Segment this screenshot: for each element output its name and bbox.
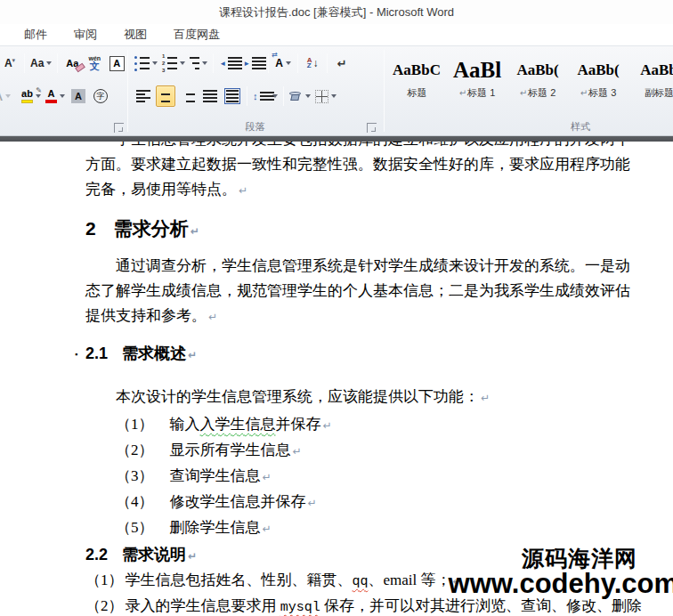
paragraph-group-row1: 1 2 3 ◄ ►: [134, 53, 352, 74]
distribute-icon: [224, 88, 240, 104]
style-label: ↵标题 1: [459, 86, 496, 100]
font-dialog-launcher[interactable]: [114, 123, 124, 133]
style-preview: AaBbC: [393, 57, 441, 84]
separator: [24, 53, 25, 73]
tab-mailings[interactable]: 邮件: [11, 24, 61, 45]
shrink-font-icon: A: [4, 57, 12, 69]
word-window: 课程设计报告.doc [兼容模式] - Microsoft Word 邮件 审阅…: [0, 0, 673, 616]
numbering-icon: 1 2 3: [162, 54, 177, 72]
sort-button[interactable]: A Z ↓: [303, 53, 322, 74]
borders-button[interactable]: [314, 85, 337, 107]
paragraph-group-label: 段落: [127, 120, 383, 134]
text-effects-button[interactable]: A: [0, 85, 12, 107]
align-left-button[interactable]: [134, 85, 153, 107]
document-title: 课程设计报告.doc [兼容模式] - Microsoft Word: [219, 4, 454, 20]
ribbon: A▾ Aa Aa wén 文 A A: [0, 45, 673, 136]
text-highlight-button[interactable]: ab ✎: [20, 85, 42, 107]
return-mark: ↵: [293, 445, 302, 458]
list-item: （1）学生信息包括姓名、性别、籍贯、qq、email 等；↵: [85, 568, 644, 594]
style-preview: AaBb(: [577, 57, 619, 84]
spelling-squiggle: qq: [353, 574, 369, 589]
show-marks-button[interactable]: ↵: [332, 53, 352, 74]
return-mark: ↵: [239, 184, 247, 197]
bullets-button[interactable]: [134, 53, 158, 74]
paragraph-analysis: 通过调查分析，学生信息管理系统是针对学生成绩来设计开发的系统。一是动态了解学生成…: [85, 254, 644, 329]
separator: [268, 53, 269, 73]
increase-indent-button[interactable]: ►: [242, 53, 264, 74]
line-spacing-icon: ↕: [253, 91, 270, 101]
list-item: （1）输入入学生信息并保存↵: [116, 412, 644, 438]
paragraph-group-row2: ↕: [134, 85, 337, 107]
character-border-button[interactable]: A: [107, 53, 126, 74]
show-marks-icon: ↵: [337, 57, 347, 70]
change-case-icon: Aa: [30, 57, 44, 69]
style-preview: AaBb: [640, 57, 673, 84]
list-item: （5）删除学生信息↵: [116, 515, 644, 541]
separator: [297, 53, 298, 73]
font-group-row2: A ab ✎ A A 字: [0, 85, 110, 107]
return-mark: ↵: [263, 471, 272, 483]
font-color-button[interactable]: A: [45, 85, 66, 107]
tab-view[interactable]: 视图: [110, 24, 160, 45]
line-spacing-button[interactable]: ↕: [252, 85, 279, 107]
return-mark: ↵: [208, 311, 217, 323]
style-card-heading3[interactable]: AaBb( ↵标题 3: [570, 53, 627, 104]
paragraph-overview: 本次设计的学生信息管理系统，应该能提供以下功能：↵: [85, 385, 644, 410]
document-body: 学生信息管理系统开发主要包括数据库的建立和维护以及应用程序的开发两个方面。要求建…: [85, 142, 644, 616]
shading-icon: [289, 91, 303, 102]
shrink-font-button[interactable]: A▾: [0, 53, 20, 74]
title-bar: 课程设计报告.doc [兼容模式] - Microsoft Word: [0, 0, 673, 24]
separator: [283, 86, 284, 106]
list-item: （4）修改学生信息并保存↵: [116, 490, 644, 515]
change-case-button[interactable]: Aa: [29, 53, 53, 74]
shading-button[interactable]: [288, 85, 312, 107]
style-label: 标题: [407, 86, 427, 100]
clear-formatting-icon: Aa: [66, 58, 78, 69]
paragraph-dialog-launcher[interactable]: [367, 123, 377, 133]
multilevel-list-button[interactable]: [189, 53, 208, 74]
text-effects-icon: A: [0, 90, 3, 103]
ribbon-tab-strip: 邮件 审阅 视图 百度网盘: [0, 24, 673, 45]
borders-icon: [315, 90, 328, 103]
align-right-button[interactable]: [178, 85, 198, 107]
multilevel-list-icon: [190, 57, 199, 69]
distribute-button[interactable]: [223, 85, 242, 107]
style-card-subtitle[interactable]: AaBb 副标题: [630, 53, 673, 104]
tab-baidu-netdisk[interactable]: 百度网盘: [160, 24, 233, 45]
character-border-icon: A: [109, 56, 125, 71]
return-mark: ↵: [188, 349, 197, 361]
decrease-indent-button[interactable]: ◄: [218, 53, 239, 74]
list-item: （3）查询学生信息↵: [116, 464, 644, 490]
grammar-squiggle: 入学生信息: [200, 416, 276, 433]
character-shading-button[interactable]: A: [69, 85, 88, 107]
style-label: 副标题: [644, 86, 673, 100]
decrease-indent-icon: ◄: [219, 57, 239, 69]
increase-indent-icon: ►: [243, 57, 263, 69]
feature-list: （1）输入入学生信息并保存↵ （2）显示所有学生信息↵ （3）查询学生信息↵ （…: [85, 412, 644, 541]
align-center-button[interactable]: [156, 85, 175, 107]
numbering-button[interactable]: 1 2 3: [161, 53, 186, 74]
style-gallery: AaBbC 标题 AaBl ↵标题 1 AaBb( ↵标题 2 AaBb( ↵标…: [388, 53, 673, 104]
style-card-title[interactable]: AaBbC 标题: [388, 53, 445, 104]
return-mark: ↵: [308, 497, 317, 509]
asian-layout-button[interactable]: ⇄ A: [273, 53, 293, 74]
style-label: ↵标题 2: [520, 86, 556, 100]
clear-formatting-button[interactable]: Aa: [62, 53, 82, 74]
heading-bullet: ▪: [75, 343, 77, 366]
phonetic-guide-button[interactable]: wén 文: [85, 53, 104, 74]
justify-icon: [203, 90, 217, 102]
separator: [327, 53, 328, 73]
style-preview: AaBb(: [516, 57, 558, 84]
separator: [57, 53, 58, 73]
return-mark: ↵: [191, 225, 199, 238]
align-center-icon: [158, 90, 173, 102]
tab-review[interactable]: 审阅: [61, 24, 110, 45]
spelling-squiggle: mysql: [280, 600, 320, 615]
enclose-character-icon: 字: [93, 89, 108, 103]
justify-button[interactable]: [200, 85, 220, 107]
style-card-heading2[interactable]: AaBb( ↵标题 2: [509, 53, 566, 104]
style-card-heading1[interactable]: AaBl ↵标题 1: [449, 53, 506, 104]
enclose-character-button[interactable]: 字: [91, 85, 110, 107]
document-page[interactable]: 学生信息管理系统开发主要包括数据库的建立和维护以及应用程序的开发两个方面。要求建…: [0, 142, 673, 616]
return-mark: ↵: [188, 550, 197, 563]
